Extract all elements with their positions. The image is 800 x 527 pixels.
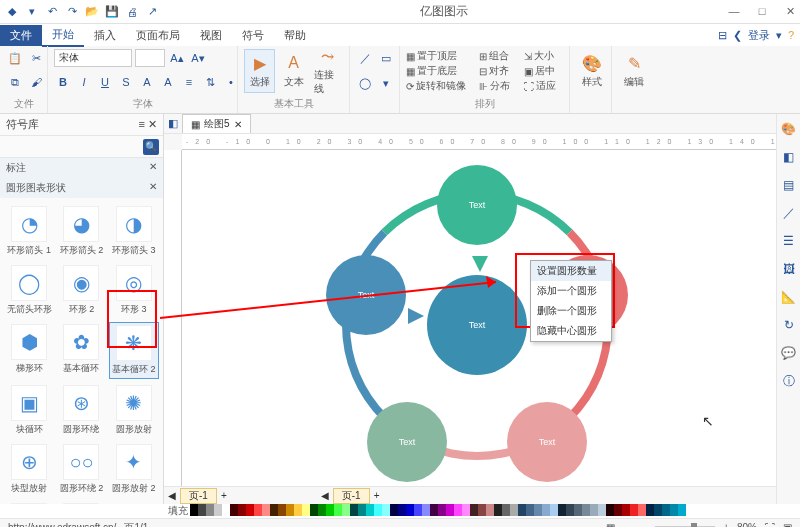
shape-circle-icon[interactable]: ◯ bbox=[356, 75, 374, 93]
tab-home[interactable]: 开始 bbox=[42, 24, 84, 47]
prev-page-icon[interactable]: ◀ bbox=[321, 490, 329, 501]
minimize-button[interactable]: — bbox=[728, 5, 740, 18]
size-objects[interactable]: ⇲ 大小 bbox=[524, 49, 563, 63]
info-icon[interactable]: ⓘ bbox=[780, 372, 798, 390]
shape-item[interactable]: ▦符号库 bbox=[4, 501, 54, 504]
color-swatch[interactable] bbox=[302, 504, 310, 516]
search-input[interactable] bbox=[4, 141, 143, 152]
color-swatch[interactable] bbox=[590, 504, 598, 516]
color-swatch[interactable] bbox=[566, 504, 574, 516]
color-swatch[interactable] bbox=[494, 504, 502, 516]
color-palette[interactable]: 填充 bbox=[0, 504, 800, 518]
group-objects[interactable]: ⊞ 组合 bbox=[479, 49, 517, 63]
color-swatch[interactable] bbox=[310, 504, 318, 516]
ctx-set-count[interactable]: 设置圆形数量 bbox=[531, 261, 611, 281]
color-swatch[interactable] bbox=[350, 504, 358, 516]
document-tab[interactable]: ▦绘图5✕ bbox=[182, 114, 251, 133]
zoom-out-icon[interactable]: − bbox=[641, 522, 647, 527]
dropdown-icon[interactable]: ▾ bbox=[24, 4, 40, 20]
zoom-level[interactable]: 80% bbox=[737, 522, 757, 527]
fit-page-icon[interactable]: ▣ bbox=[783, 522, 792, 527]
color-swatch[interactable] bbox=[230, 504, 238, 516]
underline-button[interactable]: U bbox=[96, 73, 114, 91]
app-icon[interactable]: ◆ bbox=[4, 4, 20, 20]
prev-page-icon[interactable]: ◀ bbox=[168, 490, 176, 501]
help-icon[interactable]: ? bbox=[788, 29, 794, 41]
color-swatch[interactable] bbox=[206, 504, 214, 516]
align-left-icon[interactable]: ≡ bbox=[180, 73, 198, 91]
style-button[interactable]: 🎨样式 bbox=[576, 49, 608, 93]
color-swatch[interactable] bbox=[542, 504, 550, 516]
fontcolor-icon[interactable]: A bbox=[159, 73, 177, 91]
view-width-icon[interactable]: ↔ bbox=[623, 522, 633, 527]
file-menu[interactable]: 文件 bbox=[0, 25, 42, 46]
copy-icon[interactable]: ⧉ bbox=[6, 73, 24, 91]
close-tab-icon[interactable]: ✕ bbox=[234, 119, 242, 130]
color-swatch[interactable] bbox=[606, 504, 614, 516]
font-family-select[interactable]: 宋体 bbox=[54, 49, 132, 67]
shape-item[interactable]: ◑环形箭头 3 bbox=[109, 204, 159, 259]
color-swatch[interactable] bbox=[630, 504, 638, 516]
color-swatch[interactable] bbox=[222, 504, 230, 516]
undo-icon[interactable]: ↶ bbox=[44, 4, 60, 20]
search-icon[interactable]: 🔍 bbox=[143, 139, 159, 155]
color-swatch[interactable] bbox=[430, 504, 438, 516]
image-icon[interactable]: 🖼 bbox=[780, 260, 798, 278]
history-icon[interactable]: ↻ bbox=[780, 316, 798, 334]
fullscreen-icon[interactable]: ⛶ bbox=[765, 522, 775, 527]
color-swatch[interactable] bbox=[270, 504, 278, 516]
shape-item[interactable]: ✺圆形放射 bbox=[109, 383, 159, 438]
diagram-node-4[interactable]: Text bbox=[367, 402, 447, 482]
color-swatch[interactable] bbox=[438, 504, 446, 516]
color-swatch[interactable] bbox=[518, 504, 526, 516]
color-swatch[interactable] bbox=[398, 504, 406, 516]
shape-item[interactable]: ✦圆形放射 2 bbox=[109, 442, 159, 497]
increase-font-icon[interactable]: A▴ bbox=[168, 49, 186, 67]
center-objects[interactable]: ▣ 居中 bbox=[524, 64, 563, 78]
color-swatch[interactable] bbox=[510, 504, 518, 516]
color-swatch[interactable] bbox=[470, 504, 478, 516]
color-swatch[interactable] bbox=[446, 504, 454, 516]
align-objects[interactable]: ⊟ 对齐 bbox=[479, 64, 517, 78]
shape-item[interactable]: ⬢梯形环 bbox=[4, 322, 54, 379]
login-link[interactable]: 登录 bbox=[748, 28, 770, 43]
color-swatch[interactable] bbox=[662, 504, 670, 516]
ctx-hide-center[interactable]: 隐藏中心圆形 bbox=[531, 321, 611, 341]
color-swatch[interactable] bbox=[646, 504, 654, 516]
category-circle-shapes[interactable]: 圆形图表形状✕ bbox=[0, 178, 163, 198]
zoom-in-icon[interactable]: + bbox=[723, 522, 729, 527]
fit-objects[interactable]: ⛶ 适应 bbox=[524, 79, 563, 93]
italic-button[interactable]: I bbox=[75, 73, 93, 91]
color-swatch[interactable] bbox=[406, 504, 414, 516]
view-mode-icon[interactable]: ▦ bbox=[606, 522, 615, 527]
highlight-icon[interactable]: A bbox=[138, 73, 156, 91]
color-swatch[interactable] bbox=[582, 504, 590, 516]
shape-item[interactable]: ◕环形箭头 2 bbox=[56, 204, 106, 259]
canvas[interactable]: Text Text Text Text Text Text ↖ bbox=[182, 150, 776, 486]
collapse-ribbon-icon[interactable]: ⊟ bbox=[718, 29, 727, 42]
color-swatch[interactable] bbox=[262, 504, 270, 516]
redo-icon[interactable]: ↷ bbox=[64, 4, 80, 20]
close-button[interactable]: ✕ bbox=[784, 5, 796, 18]
color-swatch[interactable] bbox=[622, 504, 630, 516]
shape-more-icon[interactable]: ▾ bbox=[377, 75, 395, 93]
color-swatch[interactable] bbox=[654, 504, 662, 516]
add-page-icon[interactable]: + bbox=[221, 490, 227, 501]
color-swatch[interactable] bbox=[374, 504, 382, 516]
color-swatch[interactable] bbox=[366, 504, 374, 516]
color-swatch[interactable] bbox=[526, 504, 534, 516]
panel-menu-icon[interactable]: ≡ bbox=[139, 118, 145, 130]
bold-button[interactable]: B bbox=[54, 73, 72, 91]
color-swatch[interactable] bbox=[414, 504, 422, 516]
comment-icon[interactable]: 💬 bbox=[780, 344, 798, 362]
tab-symbols[interactable]: 符号 bbox=[232, 25, 274, 46]
tab-help[interactable]: 帮助 bbox=[274, 25, 316, 46]
ctx-remove-circle[interactable]: 删除一个圆形 bbox=[531, 301, 611, 321]
diagram-node-3[interactable]: Text bbox=[507, 402, 587, 482]
color-swatch[interactable] bbox=[486, 504, 494, 516]
shape-format-icon[interactable]: ◧ bbox=[780, 148, 798, 166]
color-swatch[interactable] bbox=[390, 504, 398, 516]
line-icon[interactable]: ／ bbox=[780, 204, 798, 222]
select-tool[interactable]: ▶选择 bbox=[244, 49, 275, 93]
color-swatch[interactable] bbox=[550, 504, 558, 516]
